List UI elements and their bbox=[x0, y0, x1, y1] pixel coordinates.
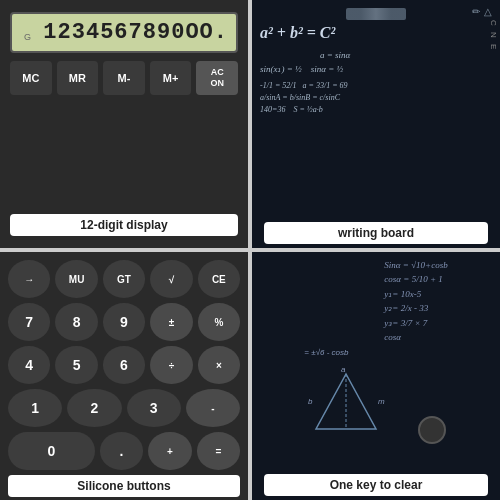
seven-button[interactable]: 7 bbox=[8, 303, 50, 341]
bottom-math-eq: = ±√6 - cosb bbox=[304, 348, 447, 357]
mminus-button[interactable]: M- bbox=[103, 61, 145, 95]
mplus-button[interactable]: M+ bbox=[150, 61, 192, 95]
bottom-math-line-5: y₃= 3/7 × 7 bbox=[384, 316, 447, 330]
math-line-5: 140=36 S = ½a·b bbox=[260, 104, 492, 116]
writing-board: ✏ △ a² + b² = C² a = sinα sin(x₁) = ½ si… bbox=[252, 0, 500, 248]
bottom-math-line-4: y₂= 2/x - 33 bbox=[384, 301, 447, 315]
row-456: 4 5 6 ÷ × bbox=[8, 346, 240, 384]
minus-button[interactable]: - bbox=[186, 389, 240, 427]
math-line-1: a = sinα bbox=[320, 49, 492, 63]
arrow-button[interactable]: → bbox=[8, 260, 50, 298]
math-line-4: a/sinA = b/sinB = c/sinC bbox=[260, 92, 492, 104]
zero-button[interactable]: 0 bbox=[8, 432, 95, 470]
mu-button[interactable]: MU bbox=[55, 260, 97, 298]
math-equation-main: a² + b² = C² bbox=[260, 21, 492, 45]
two-button[interactable]: 2 bbox=[67, 389, 121, 427]
svg-text:a: a bbox=[341, 365, 346, 374]
svg-text:m: m bbox=[378, 397, 385, 406]
row-123: 1 2 3 - bbox=[8, 389, 240, 427]
four-button[interactable]: 4 bbox=[8, 346, 50, 384]
one-key-label: One key to clear bbox=[264, 474, 487, 496]
row-789: 7 8 9 ± % bbox=[8, 303, 240, 341]
writing-board-label: writing board bbox=[264, 222, 487, 244]
mr-button[interactable]: MR bbox=[57, 61, 99, 95]
triangle-icon: △ bbox=[484, 6, 492, 17]
row-0eq: 0 . + = bbox=[8, 432, 240, 470]
nine-button[interactable]: 9 bbox=[103, 303, 145, 341]
main-grid: 1234567890OO. G MC MR M- M+ ACON 12-digi… bbox=[0, 0, 500, 500]
side-text: C N E bbox=[489, 20, 498, 51]
bottom-math-content: a m b 6.9 Sinα = √10+cosb cosα = 5/10 + … bbox=[296, 252, 455, 474]
bottom-math-line-3: y₁= 10x-5 bbox=[384, 287, 447, 301]
math-content: a² + b² = C² a = sinα sin(x₁) = ½ sinα =… bbox=[252, 17, 500, 222]
math-line-3: -1/1 = 52/1 a = 33/1 = 69 bbox=[260, 80, 492, 92]
math-line-2: sin(x₁) = ½ sinα = ½ bbox=[260, 63, 492, 77]
memory-buttons-row: MC MR M- M+ ACON bbox=[10, 61, 238, 95]
multiply-button[interactable]: × bbox=[198, 346, 240, 384]
three-button[interactable]: 3 bbox=[127, 389, 181, 427]
calculator-display: 1234567890OO. bbox=[10, 12, 238, 53]
display-label-badge: 12-digit display bbox=[10, 214, 238, 236]
plus-button[interactable]: + bbox=[148, 432, 191, 470]
mc-button[interactable]: MC bbox=[10, 61, 52, 95]
bottom-math-line-1: Sinα = √10+cosb bbox=[384, 258, 447, 272]
triangle-diagram: a m b 6.9 bbox=[306, 364, 386, 434]
calculator-display-panel: 1234567890OO. G MC MR M- M+ ACON 12-digi… bbox=[0, 0, 248, 248]
svg-text:6.9: 6.9 bbox=[328, 433, 338, 434]
writing-board-panel: ✏ △ a² + b² = C² a = sinα sin(x₁) = ½ si… bbox=[252, 0, 500, 248]
pencil-icon: ✏ bbox=[472, 6, 480, 17]
plusminus-button[interactable]: ± bbox=[150, 303, 192, 341]
g-label: G bbox=[24, 32, 31, 42]
clear-button[interactable] bbox=[418, 416, 446, 444]
dot-button[interactable]: . bbox=[100, 432, 143, 470]
bottom-math-line-6: cosα bbox=[384, 330, 447, 344]
percent-button[interactable]: % bbox=[198, 303, 240, 341]
ce-button[interactable]: CE bbox=[198, 260, 240, 298]
equals-button[interactable]: = bbox=[197, 432, 240, 470]
function-row: → MU GT √ CE bbox=[8, 260, 240, 298]
bottom-math-line-2: cosα = 5/10 + 1 bbox=[384, 272, 447, 286]
sqrt-button[interactable]: √ bbox=[150, 260, 192, 298]
silicone-label: Silicone buttons bbox=[8, 475, 240, 497]
divide-button[interactable]: ÷ bbox=[150, 346, 192, 384]
gt-button[interactable]: GT bbox=[103, 260, 145, 298]
one-button[interactable]: 1 bbox=[8, 389, 62, 427]
five-button[interactable]: 5 bbox=[55, 346, 97, 384]
clear-board-panel: a m b 6.9 Sinα = √10+cosb cosα = 5/10 + … bbox=[252, 252, 500, 500]
svg-text:b: b bbox=[308, 397, 313, 406]
ac-on-button[interactable]: ACON bbox=[196, 61, 238, 95]
numpad-panel: → MU GT √ CE 7 8 9 ± % 4 5 6 ÷ × 1 2 3 -… bbox=[0, 252, 248, 500]
six-button[interactable]: 6 bbox=[103, 346, 145, 384]
eight-button[interactable]: 8 bbox=[55, 303, 97, 341]
